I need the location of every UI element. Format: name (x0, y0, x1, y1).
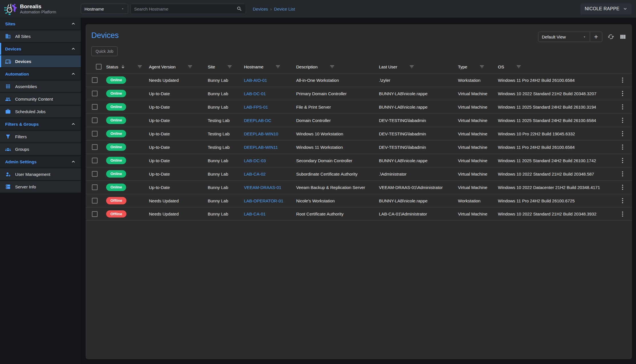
row-actions-menu-icon[interactable] (620, 129, 625, 138)
hostname-link[interactable]: DEEPLAB-DC (244, 118, 271, 123)
row-actions-menu-icon[interactable] (620, 170, 625, 178)
description-cell: Secondary Domain Controller (292, 158, 375, 163)
columns-button[interactable] (619, 33, 626, 40)
chevron-up-icon (71, 72, 76, 76)
filter-icon[interactable] (479, 64, 484, 69)
filter-icon[interactable] (137, 64, 142, 69)
sidebar-item-scheduled-jobs[interactable]: Scheduled Jobs (0, 105, 81, 118)
row-actions-menu-icon[interactable] (620, 143, 625, 151)
hostname-link[interactable]: LAB-CA-01 (244, 212, 266, 216)
sidebar-item-server-info[interactable]: Server Info (0, 181, 81, 193)
sidebar-item-label: All Sites (15, 34, 31, 39)
hostname-link[interactable]: LAB-AIO-01 (244, 78, 267, 83)
row-checkbox[interactable] (92, 198, 98, 204)
sidebar-section-label: Automation (5, 72, 29, 76)
sidebar-section-automation[interactable]: Automation (0, 68, 81, 80)
sidebar-item-all-sites[interactable]: All Sites (0, 30, 81, 43)
row-checkbox[interactable] (92, 184, 98, 190)
column-header-os[interactable]: OS (494, 64, 613, 69)
row-actions-menu-icon[interactable] (620, 183, 625, 192)
sidebar-section-devices[interactable]: Devices (0, 43, 81, 55)
hostname-link[interactable]: LAB-OPERATOR-01 (244, 198, 283, 203)
status-badge: Online (106, 130, 126, 137)
sidebar-item-groups[interactable]: Groups (0, 143, 81, 156)
type-cell: Virtual Machine (454, 118, 494, 123)
column-header-type[interactable]: Type (454, 64, 494, 69)
row-checkbox[interactable] (92, 77, 98, 83)
description-cell: Windows 10 Workstation (292, 131, 375, 136)
filter-icon[interactable] (187, 64, 193, 69)
site-cell: Bunny Lab (204, 91, 240, 96)
row-actions-menu-icon[interactable] (620, 103, 625, 111)
table-row: Online Needs Updated Bunny Lab LAB-AIO-0… (86, 73, 632, 87)
sidebar-item-devices[interactable]: Devices (0, 55, 81, 68)
row-checkbox[interactable] (92, 117, 98, 123)
filter-icon[interactable] (516, 64, 521, 69)
row-actions-menu-icon[interactable] (620, 116, 625, 125)
description-cell: Domain Controller (292, 118, 375, 123)
filter-icon[interactable] (275, 64, 280, 69)
agent-version-cell: Up-to-Date (145, 172, 204, 176)
hostname-link[interactable]: VEEAM-DRAAS-01 (244, 185, 281, 190)
sidebar-section-admin-settings[interactable]: Admin Settings (0, 156, 81, 168)
hostname-link[interactable]: LAB-CA-02 (244, 172, 266, 176)
filter-icon[interactable] (227, 64, 232, 69)
filter-icon[interactable] (409, 64, 414, 69)
row-checkbox[interactable] (92, 158, 98, 163)
sidebar-item-user-management[interactable]: User Management (0, 168, 81, 181)
breadcrumb-device-list[interactable]: Device List (274, 7, 295, 11)
last-user-cell: DEV-TESTING\labadmin (375, 118, 454, 123)
status-badge: Online (106, 184, 126, 191)
row-checkbox[interactable] (92, 171, 98, 177)
row-checkbox[interactable] (92, 91, 98, 96)
table-row: Offline Needs Updated Bunny Lab LAB-CA-0… (86, 207, 632, 221)
row-actions-menu-icon[interactable] (620, 89, 625, 98)
row-checkbox[interactable] (92, 144, 98, 150)
search-input[interactable] (134, 7, 237, 11)
sidebar-item-community-content[interactable]: Community Content (0, 93, 81, 105)
hostname-link[interactable]: DEEPLAB-WIN11 (244, 145, 278, 150)
agent-version-cell: Needs Updated (145, 212, 204, 216)
description-cell: All-in-One Workstation (292, 78, 375, 83)
site-cell: Bunny Lab (204, 105, 240, 109)
sidebar-item-assemblies[interactable]: Assemblies (0, 80, 81, 93)
column-header-hostname[interactable]: Hostname (240, 64, 292, 69)
column-header-agent-version[interactable]: Agent Version (145, 64, 204, 69)
quick-job-button[interactable]: Quick Job (91, 46, 118, 56)
row-actions-menu-icon[interactable] (620, 210, 625, 218)
row-actions-menu-icon[interactable] (620, 156, 625, 165)
sidebar-item-filters[interactable]: Filters (0, 131, 81, 143)
refresh-button[interactable] (607, 33, 614, 40)
filter-icon[interactable] (330, 64, 335, 69)
column-header-last-user[interactable]: Last User (375, 64, 454, 69)
row-checkbox[interactable] (92, 131, 98, 137)
hostname-link[interactable]: LAB-DC-01 (244, 91, 266, 96)
sidebar-section-sites[interactable]: Sites (0, 18, 81, 30)
hostname-link[interactable]: LAB-DC-03 (244, 158, 266, 163)
breadcrumb: Devices › Device List (253, 7, 295, 11)
brand: Borealis Automation Platform (0, 2, 81, 16)
search-field-selector[interactable]: Hostname (81, 4, 128, 14)
row-checkbox[interactable] (92, 104, 98, 110)
add-view-button[interactable]: + (590, 32, 602, 42)
row-actions-menu-icon[interactable] (620, 76, 625, 84)
view-selector[interactable]: Default View (538, 32, 590, 42)
brand-text: Borealis Automation Platform (20, 3, 56, 14)
status-badge: Online (106, 90, 126, 97)
agent-version-cell: Up-to-Date (145, 145, 204, 150)
user-menu[interactable]: NICOLE RAPPE (581, 3, 631, 14)
breadcrumb-devices[interactable]: Devices (253, 7, 268, 11)
column-header-status[interactable]: Status (102, 64, 145, 69)
hostname-link[interactable]: DEEPLAB-WIN10 (244, 131, 278, 136)
select-all-checkbox[interactable] (96, 64, 102, 70)
column-header-description[interactable]: Description (292, 64, 375, 69)
search-box (130, 4, 246, 14)
table-row: Online Up-to-Date Bunny Lab VEEAM-DRAAS-… (86, 180, 632, 194)
row-checkbox[interactable] (92, 211, 98, 217)
row-actions-menu-icon[interactable] (620, 196, 625, 205)
column-header-site[interactable]: Site (204, 64, 240, 69)
hostname-link[interactable]: LAB-FPS-01 (244, 105, 268, 109)
os-cell: Windows 11 Pro 24H2 Build 26100.6725 (494, 198, 613, 203)
search-icon[interactable] (237, 6, 242, 12)
sidebar-section-filters-groups[interactable]: Filters & Groups (0, 118, 81, 131)
